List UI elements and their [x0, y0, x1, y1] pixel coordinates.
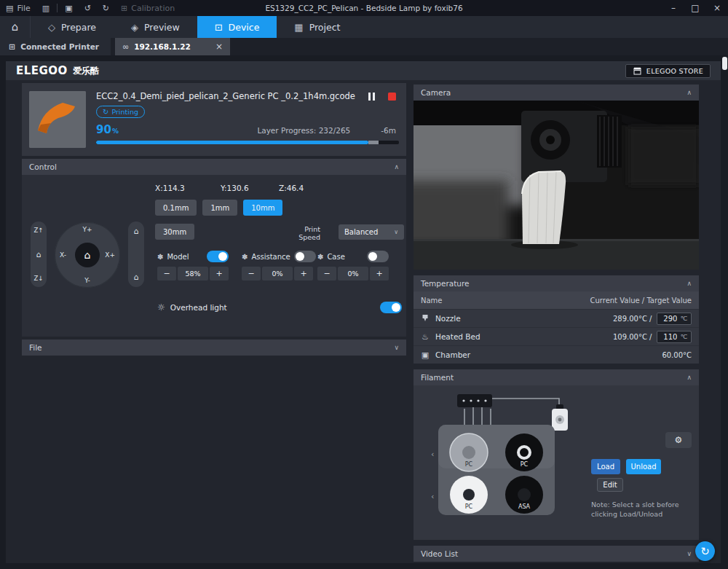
assistance-fan-label: Assistance — [251, 253, 290, 261]
tab-project[interactable]: ▦ Project — [277, 16, 357, 38]
control-panel-header[interactable]: Control ∧ — [22, 159, 406, 175]
heated-bed-target-box: ℃ — [657, 331, 692, 343]
redo-button[interactable]: ↻ — [97, 0, 115, 16]
filament-slot-2[interactable]: PC — [505, 433, 543, 471]
save-icon: ▣ — [65, 4, 72, 13]
file-menu[interactable]: ▤ File — [0, 0, 36, 16]
time-remaining: -6m — [381, 126, 396, 135]
nozzle-label: Nozzle — [435, 314, 461, 323]
print-speed-dropdown[interactable]: Balanced ∨ — [339, 224, 404, 240]
camera-panel-header[interactable]: Camera ∧ — [414, 85, 699, 101]
svg-text:‹: ‹ — [431, 492, 434, 501]
nozzle-row: Nozzle 289.00°C / ℃ — [414, 309, 699, 327]
step-30mm-button[interactable]: 30mm — [155, 224, 194, 240]
workspace-menu-button[interactable]: ▥ — [36, 0, 55, 16]
filament-slot-4[interactable]: ASA — [505, 476, 543, 514]
undo-icon: ↺ — [84, 4, 91, 13]
progress-percent-sign: % — [112, 127, 119, 135]
slot-3-label: PC — [465, 503, 473, 510]
tab-prepare[interactable]: ◇ Prepare — [31, 16, 114, 38]
home-button[interactable]: ⌂ — [0, 16, 31, 38]
nozzle-target-input[interactable] — [661, 315, 677, 323]
video-list-panel-header[interactable]: Video List ∨ — [414, 546, 699, 562]
close-tab-icon[interactable]: × — [215, 42, 223, 52]
nozzle-current: 289.00°C / — [613, 315, 652, 323]
filament-panel-header[interactable]: Filament ∧ — [414, 369, 699, 385]
layer-progress: Layer Progress: 232/265 — [257, 126, 350, 135]
filament-settings-button[interactable]: ⚙ — [665, 432, 692, 448]
jog-y-plus-button[interactable]: Y+ — [82, 226, 92, 233]
model-thumbnail — [29, 91, 86, 148]
z-down-button[interactable]: Z↓ — [34, 275, 44, 282]
model-fan-minus-button[interactable]: − — [157, 267, 176, 280]
heated-bed-current: 109.00°C / — [613, 333, 652, 341]
heated-bed-row: ♨ Heated Bed 109.00°C / ℃ — [414, 327, 699, 345]
prepare-icon: ◇ — [48, 22, 55, 33]
chevron-down-icon: ∨ — [687, 550, 692, 557]
home-all-button[interactable]: ⌂ — [75, 243, 100, 267]
temperature-panel-header[interactable]: Temperature ∧ — [414, 275, 699, 291]
filament-slot-3[interactable]: PC — [450, 476, 488, 514]
jog-x-plus-button[interactable]: X+ — [105, 251, 115, 259]
load-button[interactable]: Load — [591, 459, 620, 474]
case-fan-minus-button[interactable]: − — [317, 267, 336, 280]
case-fan-plus-button[interactable]: + — [370, 267, 389, 280]
model-fan-label: Model — [167, 253, 189, 261]
file-panel-header[interactable]: File ∨ — [22, 340, 406, 356]
heated-bed-icon: ♨ — [421, 332, 430, 342]
assistance-fan-toggle[interactable] — [294, 251, 316, 262]
nozzle-unit: ℃ — [680, 315, 687, 322]
overhead-light-toggle[interactable] — [380, 302, 402, 313]
home-xy-button[interactable]: ⌂ — [134, 227, 139, 236]
minimize-button[interactable]: – — [662, 0, 684, 16]
maximize-button[interactable]: □ — [684, 0, 706, 16]
jog-y-minus-button[interactable]: Y- — [84, 277, 90, 284]
grid-icon: ⊞ — [9, 42, 15, 52]
close-button[interactable]: × — [706, 0, 728, 16]
connected-printer-label[interactable]: ⊞ Connected Printer — [0, 38, 111, 55]
save-button[interactable]: ▣ — [59, 0, 78, 16]
assistance-fan-minus-button[interactable]: − — [242, 267, 261, 280]
printer-tab-row: ⊞ Connected Printer ∞ 192.168.1.22 × — [0, 38, 728, 55]
stop-button[interactable] — [388, 93, 396, 101]
model-fan-toggle[interactable] — [207, 251, 229, 262]
refresh-button[interactable]: ↻ — [695, 541, 715, 561]
progress-bar — [96, 141, 399, 144]
home-z-button[interactable]: ⌂ — [36, 250, 41, 259]
filament-slot-1[interactable]: PC — [450, 433, 488, 471]
step-0.1mm-button[interactable]: 0.1mm — [155, 200, 197, 216]
window-controls: – □ × — [662, 0, 728, 16]
undo-button[interactable]: ↺ — [79, 0, 97, 16]
assistance-fan-plus-button[interactable]: + — [294, 267, 313, 280]
jog-x-minus-button[interactable]: X- — [60, 251, 66, 259]
fan-icon: ✽ — [317, 253, 323, 261]
home-bed-button[interactable]: ⌂ — [134, 272, 139, 282]
heated-bed-target-input[interactable] — [661, 333, 677, 341]
divider — [57, 4, 58, 12]
step-1mm-button[interactable]: 1mm — [202, 200, 237, 216]
elegoo-store-button[interactable]: ELEGOO STORE — [625, 64, 711, 78]
tab-device[interactable]: ⊡ Device — [197, 16, 277, 38]
vertical-scrollbar-thumb[interactable] — [722, 57, 727, 70]
z-up-button[interactable]: Z↑ — [34, 227, 44, 234]
calibration-button[interactable]: ⊞ Calibration — [115, 0, 181, 16]
tab-prepare-label: Prepare — [61, 22, 96, 33]
case-fan-group: ✽ Case − 0% + — [317, 251, 389, 280]
z-axis-strip: Z↑ ⌂ Z↓ — [31, 221, 47, 287]
printer-ip-tab[interactable]: ∞ 192.168.1.22 × — [115, 38, 230, 55]
gear-icon: ⚙ — [675, 435, 683, 445]
edit-button[interactable]: Edit — [597, 478, 623, 492]
pause-button[interactable] — [368, 93, 375, 101]
step-10mm-button[interactable]: 10mm — [243, 200, 282, 216]
unload-button[interactable]: Unload — [626, 459, 661, 474]
nozzle-target-box: ℃ — [657, 313, 692, 325]
tab-device-label: Device — [229, 22, 260, 33]
brand-strip: ELEGOO 爱乐酷 ELEGOO STORE — [6, 61, 721, 80]
model-fan-plus-button[interactable]: + — [210, 267, 229, 280]
chamber-current: 60.00°C — [662, 351, 692, 359]
chevron-up-icon: ∧ — [687, 89, 692, 96]
case-fan-toggle[interactable] — [367, 251, 389, 262]
case-fan-value: 0% — [338, 267, 368, 280]
progress-percent: 90 — [96, 123, 111, 136]
tab-preview[interactable]: ◈ Preview — [114, 16, 197, 38]
